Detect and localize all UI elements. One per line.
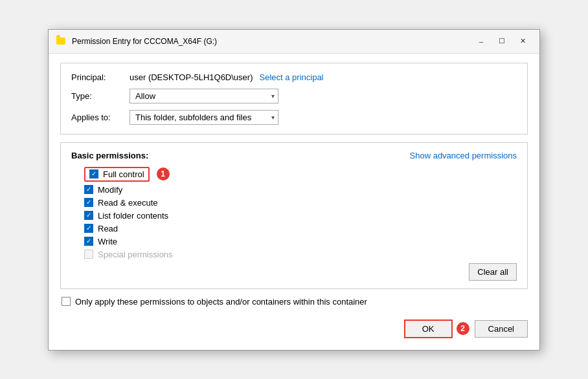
checkbox-write[interactable] (84, 237, 93, 246)
minimize-button[interactable]: – (472, 35, 490, 48)
principal-row: Principal: user (DESKTOP-5LH1Q6D\user) S… (71, 72, 517, 82)
top-section: Principal: user (DESKTOP-5LH1Q6D\user) S… (60, 63, 528, 135)
perm-label-list-folder: List folder contents (98, 211, 168, 221)
perm-label-special: Special permissions (98, 250, 173, 259)
perm-label-write: Write (98, 237, 117, 246)
applies-to-dropdown-wrapper: This folder, subfolders and files This f… (130, 110, 278, 125)
maximize-button[interactable]: ☐ (493, 35, 511, 48)
perm-item-write: Write (84, 237, 517, 246)
applies-to-dropdown[interactable]: This folder, subfolders and files This f… (130, 110, 278, 125)
type-label: Type: (71, 91, 130, 101)
badge-2: 2 (457, 322, 469, 335)
perm-item-full-control: Full control 1 (84, 167, 517, 182)
type-row: Type: Allow Deny ▾ (71, 89, 517, 103)
permissions-section: Basic permissions: Show advanced permiss… (60, 142, 528, 289)
checkbox-special (84, 250, 93, 259)
type-dropdown-wrapper: Allow Deny ▾ (130, 89, 278, 103)
perm-label-read-execute: Read & execute (98, 198, 158, 208)
checkbox-read-execute[interactable] (84, 198, 93, 207)
window-controls: – ☐ ✕ (472, 35, 532, 48)
perm-item-modify: Modify (84, 185, 517, 195)
dialog-body: Principal: user (DESKTOP-5LH1Q6D\user) S… (49, 54, 539, 350)
perm-item-read-execute: Read & execute (84, 198, 517, 208)
checkbox-full-control[interactable] (89, 169, 98, 179)
clear-all-button[interactable]: Clear all (469, 263, 517, 281)
perm-section-title: Basic permissions: (71, 151, 148, 160)
checkbox-only-apply[interactable] (62, 297, 71, 306)
full-control-highlight: Full control (84, 167, 150, 182)
perm-item-list-folder: List folder contents (84, 211, 517, 221)
applies-to-row: Applies to: This folder, subfolders and … (71, 110, 517, 125)
show-advanced-link[interactable]: Show advanced permissions (410, 151, 517, 160)
checkbox-modify[interactable] (84, 185, 93, 194)
window-title: Permission Entry for CCCOMA_X64F (G:) (72, 37, 467, 46)
perm-actions-row: Clear all (71, 263, 517, 281)
perm-item-read: Read (84, 224, 517, 233)
perm-label-full-control: Full control (103, 169, 144, 179)
perm-item-special: Special permissions (84, 250, 517, 259)
permission-entry-dialog: Permission Entry for CCCOMA_X64F (G:) – … (48, 29, 540, 351)
ok-button[interactable]: OK (404, 319, 453, 338)
checkbox-read[interactable] (84, 224, 93, 233)
perm-label-read: Read (98, 224, 118, 233)
only-apply-label: Only apply these permissions to objects … (75, 297, 367, 307)
type-dropdown[interactable]: Allow Deny (130, 89, 278, 103)
applies-to-label: Applies to: (71, 113, 130, 122)
select-principal-link[interactable]: Select a principal (260, 72, 324, 82)
cancel-button[interactable]: Cancel (475, 320, 528, 338)
checkbox-list-folder[interactable] (84, 211, 93, 220)
principal-value: user (DESKTOP-5LH1Q6D\user) (130, 72, 253, 82)
footer: OK 2 Cancel (60, 316, 528, 341)
perm-label-modify: Modify (98, 185, 122, 195)
titlebar: Permission Entry for CCCOMA_X64F (G:) – … (49, 30, 539, 54)
principal-label: Principal: (71, 72, 130, 82)
only-apply-row: Only apply these permissions to objects … (60, 297, 528, 307)
perm-header: Basic permissions: Show advanced permiss… (71, 151, 517, 160)
permissions-list: Full control 1 Modify Read & execute (71, 167, 517, 259)
badge-1: 1 (157, 168, 170, 180)
ok-badge-wrapper: OK 2 (404, 319, 469, 338)
folder-icon (56, 36, 67, 47)
close-button[interactable]: ✕ (514, 35, 532, 48)
